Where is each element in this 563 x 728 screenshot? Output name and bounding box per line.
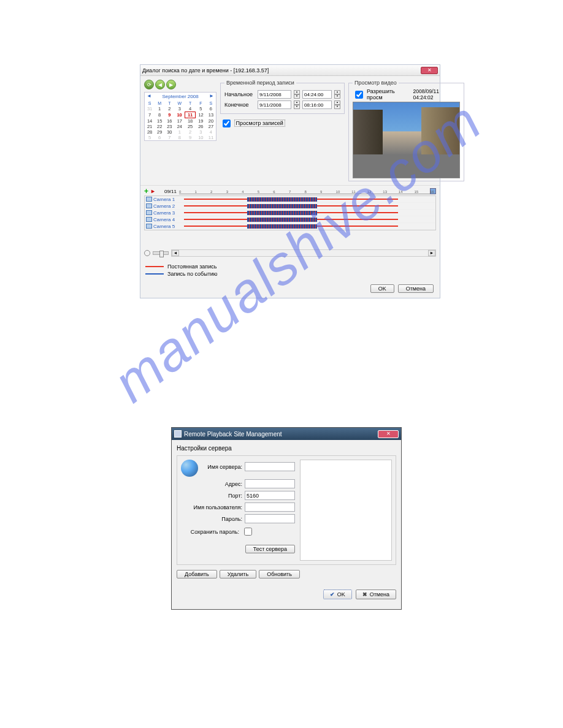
calendar-day[interactable]: 8 bbox=[174, 135, 185, 140]
calendar-day[interactable]: 9 bbox=[185, 135, 196, 140]
calendar-day[interactable]: 7 bbox=[164, 135, 174, 140]
camera-icon bbox=[146, 217, 152, 222]
calendar-day[interactable]: 24 bbox=[174, 124, 185, 129]
close-icon[interactable]: ✕ bbox=[378, 430, 399, 438]
ok-button[interactable]: OK bbox=[370, 284, 394, 293]
calendar[interactable]: ◄ September 2008 ► SMTWTFS31123456789101… bbox=[144, 92, 216, 141]
timeline-bar[interactable] bbox=[184, 217, 435, 222]
camera-row[interactable]: Camera 1 bbox=[145, 196, 435, 203]
calendar-day[interactable]: 29 bbox=[155, 129, 164, 135]
calendar-day[interactable]: 11 bbox=[185, 112, 196, 118]
timeline-bar[interactable] bbox=[184, 197, 435, 202]
timeline-date: 09/11 bbox=[164, 189, 177, 194]
calendar-day[interactable]: 17 bbox=[174, 118, 185, 124]
spinner-icon[interactable]: ▲▼ bbox=[334, 100, 340, 109]
camera-row[interactable]: Camera 5 bbox=[145, 223, 435, 230]
calendar-day[interactable]: 9 bbox=[164, 112, 174, 118]
h-scrollbar[interactable]: ◄► bbox=[171, 249, 436, 257]
calendar-day[interactable]: 3 bbox=[196, 129, 206, 135]
calendar-day[interactable]: 14 bbox=[145, 118, 155, 124]
allow-preview-label: Разрешить просм bbox=[367, 88, 411, 100]
zoom-slider[interactable] bbox=[153, 251, 169, 255]
end-time-input[interactable] bbox=[302, 100, 332, 109]
server-list[interactable] bbox=[300, 460, 392, 561]
calendar-day[interactable]: 26 bbox=[196, 124, 206, 129]
close-icon[interactable]: ✕ bbox=[421, 67, 438, 74]
calendar-day[interactable]: 1 bbox=[174, 129, 185, 135]
calendar-day[interactable]: 22 bbox=[155, 124, 164, 129]
spinner-icon[interactable]: ▲▼ bbox=[294, 100, 300, 109]
prev-button[interactable]: ◀ bbox=[155, 80, 165, 89]
calendar-day[interactable]: 1 bbox=[155, 106, 164, 112]
spinner-icon[interactable]: ▲▼ bbox=[334, 90, 340, 99]
start-time-input[interactable] bbox=[302, 90, 332, 99]
calendar-day[interactable]: 30 bbox=[164, 129, 174, 135]
calendar-day[interactable]: 11 bbox=[206, 135, 216, 140]
section-label: Настройки сервера bbox=[177, 445, 396, 452]
next-button[interactable]: ▶ bbox=[166, 80, 176, 89]
add-icon[interactable]: + bbox=[144, 187, 148, 195]
test-server-button[interactable]: Тест сервера bbox=[245, 545, 295, 553]
calendar-day[interactable]: 15 bbox=[155, 118, 164, 124]
calendar-day[interactable]: 4 bbox=[206, 129, 216, 135]
calendar-day[interactable]: 28 bbox=[145, 129, 155, 135]
calendar-day[interactable]: 31 bbox=[145, 106, 155, 112]
calendar-day[interactable]: 19 bbox=[196, 118, 206, 124]
cancel-button[interactable]: ✖Отмена bbox=[356, 590, 396, 599]
delete-button[interactable]: Удалить bbox=[220, 570, 256, 578]
camera-name: Camera 5 bbox=[153, 224, 184, 229]
calendar-day[interactable]: 7 bbox=[145, 112, 155, 118]
calendar-day[interactable]: 23 bbox=[164, 124, 174, 129]
server-name-input[interactable] bbox=[245, 462, 295, 471]
calendar-day[interactable]: 8 bbox=[155, 112, 164, 118]
expand-icon[interactable]: ► bbox=[150, 188, 156, 194]
calendar-day[interactable]: 3 bbox=[174, 106, 185, 112]
calendar-day[interactable]: 16 bbox=[164, 118, 174, 124]
camera-row[interactable]: Camera 2 bbox=[145, 203, 435, 210]
preview-record-checkbox[interactable] bbox=[223, 119, 231, 127]
cancel-button[interactable]: Отмена bbox=[398, 284, 434, 293]
calendar-day[interactable]: 13 bbox=[206, 112, 216, 118]
update-button[interactable]: Обновить bbox=[259, 570, 300, 578]
ok-button[interactable]: ✔OK bbox=[323, 590, 352, 599]
camera-icon bbox=[146, 197, 152, 202]
timeline-bar[interactable] bbox=[184, 224, 435, 229]
username-input[interactable] bbox=[245, 502, 295, 512]
camera-icon bbox=[146, 210, 152, 215]
save-pw-checkbox[interactable] bbox=[244, 528, 252, 536]
timeline-bar[interactable] bbox=[184, 203, 435, 208]
address-input[interactable] bbox=[245, 479, 295, 488]
calendar-day[interactable]: 10 bbox=[174, 112, 185, 118]
calendar-day[interactable]: 20 bbox=[206, 118, 216, 124]
camera-row[interactable]: Camera 4 bbox=[145, 216, 435, 223]
dialog2-titlebar[interactable]: Remote Playback Site Management ✕ bbox=[172, 428, 401, 440]
calendar-day[interactable]: 2 bbox=[185, 129, 196, 135]
end-date-input[interactable] bbox=[258, 100, 291, 109]
spinner-icon[interactable]: ▲▼ bbox=[294, 90, 300, 99]
calendar-day[interactable]: 6 bbox=[155, 135, 164, 140]
refresh-button[interactable]: ⟳ bbox=[144, 80, 154, 89]
search-icon[interactable] bbox=[144, 250, 150, 256]
timeline-bar[interactable] bbox=[184, 210, 435, 215]
calendar-day[interactable]: 10 bbox=[196, 135, 206, 140]
calendar-day[interactable]: 25 bbox=[185, 124, 196, 129]
calendar-day[interactable]: 6 bbox=[206, 106, 216, 112]
calendar-day[interactable]: 18 bbox=[185, 118, 196, 124]
start-date-input[interactable] bbox=[258, 90, 291, 99]
add-button[interactable]: Добавить bbox=[177, 570, 217, 578]
dialog1-titlebar[interactable]: Диалог поиска по дате и времени - [192.1… bbox=[140, 65, 440, 76]
calendar-day[interactable]: 27 bbox=[206, 124, 216, 129]
cal-prev-icon[interactable]: ◄ bbox=[147, 93, 151, 99]
calendar-day[interactable]: 5 bbox=[145, 135, 155, 140]
cal-next-icon[interactable]: ► bbox=[209, 93, 214, 99]
calendar-day[interactable]: 5 bbox=[196, 106, 206, 112]
calendar-day[interactable]: 2 bbox=[164, 106, 174, 112]
allow-preview-checkbox[interactable] bbox=[355, 91, 363, 99]
calendar-day[interactable]: 4 bbox=[185, 106, 196, 112]
password-input[interactable] bbox=[245, 514, 295, 523]
calendar-day[interactable]: 12 bbox=[196, 112, 206, 118]
camera-icon bbox=[146, 224, 152, 229]
camera-row[interactable]: Camera 3 bbox=[145, 210, 435, 216]
port-input[interactable] bbox=[245, 491, 295, 500]
calendar-day[interactable]: 21 bbox=[145, 124, 155, 129]
